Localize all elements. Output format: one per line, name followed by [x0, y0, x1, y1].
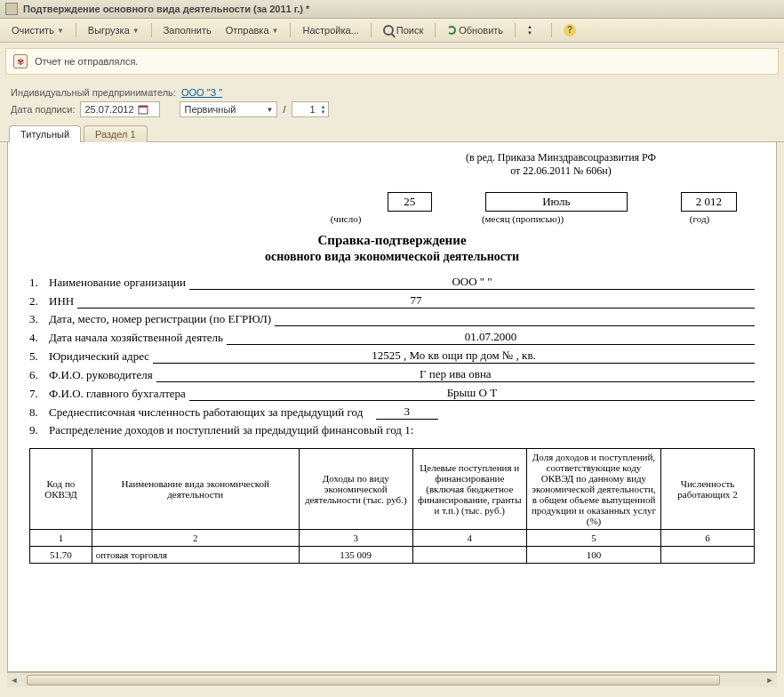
separator: [435, 23, 436, 37]
expand-collapse-button[interactable]: [521, 21, 546, 39]
line6-value[interactable]: Г пер ива овна: [156, 367, 755, 382]
dropdown-icon[interactable]: ▼: [132, 27, 140, 35]
ip-link[interactable]: ООО "З ": [181, 87, 222, 98]
document-viewport[interactable]: (в ред. Приказа Минздравсоцразвития РФ о…: [7, 142, 777, 672]
dropdown-icon[interactable]: ▼: [267, 106, 274, 114]
cell-okved[interactable]: 51.70: [30, 547, 92, 564]
scroll-thumb[interactable]: [27, 675, 720, 685]
sign-date-field[interactable]: 25.07.2012: [80, 101, 160, 117]
status-text: Отчет не отправлялся.: [35, 56, 138, 67]
line3-value[interactable]: [275, 313, 755, 326]
report-kind-select[interactable]: Первичный ▼: [180, 101, 277, 117]
tab-title-page[interactable]: Титульный: [9, 125, 81, 142]
date-day-label: (число): [308, 213, 383, 224]
separator: [551, 23, 552, 37]
setup-button[interactable]: Настройка...: [296, 22, 364, 38]
spin-down-icon[interactable]: ▼: [321, 109, 326, 115]
sign-date-value: 25.07.2012: [84, 104, 133, 115]
cell-count[interactable]: [661, 547, 755, 564]
line4-label: Дата начала хозяйственной деятель: [49, 331, 223, 345]
line1-label: Наименование организации: [49, 276, 186, 290]
slash-label: /: [283, 104, 285, 115]
svg-rect-1: [139, 106, 148, 108]
date-month-label: (месяц (прописью)): [436, 213, 609, 224]
search-button[interactable]: Поиск: [377, 22, 429, 38]
report-number-value: 1: [294, 104, 318, 115]
help-icon: ?: [564, 24, 576, 36]
fill-button[interactable]: Заполнить: [157, 22, 218, 38]
separator: [76, 23, 76, 37]
date-year-label: (год): [662, 213, 737, 224]
dropdown-icon[interactable]: ▼: [272, 27, 279, 35]
calendar-icon[interactable]: [138, 104, 148, 115]
separator: [151, 23, 152, 37]
dropdown-icon[interactable]: ▼: [57, 27, 64, 35]
edict-line-2: от 22.06.2011 № 606н): [367, 164, 755, 178]
ip-label: Индивидуальный предприниматель:: [11, 87, 176, 98]
th-name: Наименование вида экономической деятельн…: [92, 449, 299, 530]
th-target: Целевые поступления и финансирование (вк…: [412, 449, 526, 530]
line6-label: Ф.И.О. руководителя: [49, 368, 153, 382]
hn5: 5: [526, 530, 660, 547]
tab-section-1[interactable]: Раздел 1: [84, 125, 148, 142]
line7-label: Ф.И.О. главного бухгалтера: [49, 387, 186, 401]
line1-value[interactable]: ООО " ": [189, 275, 755, 290]
main-toolbar: Очистить▼ Выгрузка▼ Заполнить Отправка▼ …: [0, 19, 784, 43]
th-share: Доля доходов и поступлений, соответствую…: [526, 449, 660, 530]
date-day-box[interactable]: 25: [388, 192, 432, 212]
date-month-box[interactable]: Июль: [485, 192, 628, 212]
th-income: Доходы по виду экономической деятельност…: [299, 449, 412, 530]
report-kind-value: Первичный: [184, 104, 262, 115]
window-titlebar: Подтверждение основного вида деятельност…: [0, 0, 784, 19]
th-okved: Код по ОКВЭД: [30, 449, 92, 530]
date-year-box[interactable]: 2 012: [681, 192, 737, 212]
separator: [515, 23, 516, 37]
refresh-button[interactable]: Обновить: [441, 22, 509, 38]
horizontal-scrollbar[interactable]: ◄ ►: [7, 672, 777, 686]
cell-income[interactable]: 135 009: [299, 547, 412, 564]
form-header: Индивидуальный предприниматель: ООО "З "…: [0, 80, 784, 124]
edict-line-1: (в ред. Приказа Минздравсоцразвития РФ: [367, 151, 755, 164]
cell-name[interactable]: оптовая торговля: [92, 547, 299, 564]
hn1: 1: [30, 530, 92, 547]
line8-label: Среднесписочная численность работающих з…: [49, 405, 363, 420]
scroll-right-icon[interactable]: ►: [763, 673, 777, 687]
cell-share[interactable]: 100: [526, 547, 660, 564]
send-button[interactable]: Отправка▼: [220, 22, 285, 38]
line2-label: ИНН: [49, 294, 74, 308]
hn6: 6: [661, 530, 755, 547]
separator: [371, 23, 372, 37]
clear-button[interactable]: Очистить▼: [5, 22, 70, 38]
th-count: Численность работающих 2: [661, 449, 755, 530]
line5-value[interactable]: 12525 , Мо кв ощи пр дом № , кв.: [153, 348, 755, 364]
expand-icon: [527, 24, 540, 36]
report-number-stepper[interactable]: 1 ▲▼: [292, 101, 329, 117]
line9-label: Распределение доходов и поступлений за п…: [49, 423, 413, 437]
hn2: 2: [92, 530, 299, 547]
cell-target[interactable]: [412, 547, 526, 564]
search-icon: [383, 25, 394, 36]
help-button[interactable]: ?: [557, 21, 582, 39]
table-row[interactable]: 51.70 оптовая торговля 135 009 100: [30, 547, 755, 564]
status-icon: ✾: [13, 54, 28, 68]
status-bar: ✾ Отчет не отправлялся.: [5, 48, 779, 75]
line5-label: Юридический адрес: [49, 349, 149, 364]
tab-bar: Титульный Раздел 1: [0, 124, 784, 142]
distribution-table: Код по ОКВЭД Наименование вида экономиче…: [29, 448, 755, 564]
app-icon: [5, 3, 18, 15]
window-title: Подтверждение основного вида деятельност…: [23, 4, 309, 14]
line7-value[interactable]: Брыш О Т: [189, 386, 755, 401]
export-button[interactable]: Выгрузка▼: [82, 22, 146, 38]
hn4: 4: [412, 530, 526, 547]
scroll-left-icon[interactable]: ◄: [7, 673, 21, 687]
doc-title: Справка-подтверждение: [29, 233, 755, 248]
hn3: 3: [299, 530, 412, 547]
doc-subtitle: основного вида экономической деятельност…: [29, 250, 755, 264]
line4-value[interactable]: 01.07.2000: [227, 330, 755, 345]
line3-label: Дата, место, номер регистрации (по ЕГРЮЛ…: [49, 312, 271, 326]
line8-value[interactable]: 3: [376, 405, 438, 420]
sign-date-label: Дата подписи:: [11, 104, 75, 115]
refresh-icon: [447, 26, 456, 35]
line2-value[interactable]: 77: [77, 293, 755, 308]
separator: [290, 23, 291, 37]
